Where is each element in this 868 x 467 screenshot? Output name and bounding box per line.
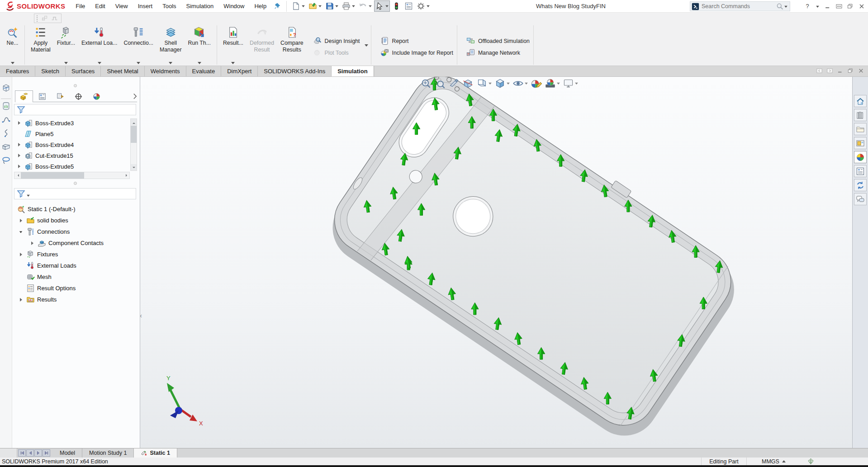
chevron-down-icon[interactable] — [231, 61, 235, 64]
panel-tab[interactable] — [69, 90, 87, 102]
expand-arrow-icon[interactable] — [19, 218, 25, 223]
study-tree-row[interactable]: Result Options — [13, 283, 128, 294]
feature-tree-row[interactable]: Boss-Extrude5 — [13, 161, 128, 172]
expand-arrow-icon[interactable] — [19, 263, 25, 268]
chevron-down-icon[interactable] — [64, 61, 68, 64]
ribbon-stack-button[interactable]: Report — [380, 37, 453, 45]
task-pane-button[interactable] — [854, 151, 867, 163]
left-tool-icon[interactable] — [1, 115, 11, 124]
help-icon[interactable]: ? — [804, 3, 811, 10]
panel-collapse-handle[interactable]: ‹ — [140, 310, 145, 321]
scroll-thumb[interactable] — [131, 126, 137, 143]
expand-arrow-icon[interactable] — [17, 164, 24, 169]
chevron-down-icon[interactable] — [575, 82, 578, 85]
task-pane-button[interactable] — [854, 179, 867, 191]
hud-button[interactable] — [512, 77, 528, 90]
expand-arrow-icon[interactable] — [17, 132, 24, 137]
chevron-down-icon[interactable] — [365, 44, 368, 47]
hud-button[interactable] — [562, 77, 579, 90]
study-tree-row[interactable]: Results — [13, 294, 128, 305]
window-control-icon[interactable] — [824, 3, 831, 10]
expand-arrow-icon[interactable] — [30, 241, 37, 245]
command-tab[interactable]: Simulation — [332, 66, 374, 76]
doc-window-control-icon[interactable] — [847, 67, 854, 74]
command-tab[interactable]: Evaluate — [186, 66, 222, 76]
ribbon-button[interactable]: Shell Manager — [157, 24, 185, 66]
panel-tab[interactable] — [51, 90, 69, 102]
menu-item[interactable]: Help — [249, 0, 271, 13]
menu-item[interactable]: Window — [218, 0, 249, 13]
expand-arrow-icon[interactable] — [17, 142, 24, 147]
task-pane-button[interactable] — [854, 193, 867, 205]
feature-tree-row[interactable]: Plane5 — [13, 128, 128, 139]
quick-tool-button[interactable] — [403, 0, 414, 12]
study-tree-row[interactable]: Static 1 (-Default-) — [13, 203, 128, 215]
chevron-down-icon[interactable] — [385, 5, 389, 7]
hud-button[interactable] — [494, 77, 510, 90]
chevron-down-icon[interactable] — [507, 82, 510, 85]
ribbon-button[interactable]: ? Compare Results — [277, 24, 307, 66]
menu-item[interactable]: Simulation — [181, 0, 219, 13]
left-tool-icon[interactable] — [1, 142, 11, 151]
search-caret-icon[interactable] — [784, 5, 787, 8]
hud-button[interactable] — [420, 77, 432, 90]
window-control-icon[interactable] — [847, 3, 854, 10]
panel-tab[interactable] — [15, 90, 33, 102]
feature-tree-row[interactable]: Boss-Extrude3 — [13, 118, 128, 128]
ribbon-button[interactable]: Fixtur... — [54, 24, 78, 66]
scroll-thumb[interactable] — [21, 172, 84, 179]
expand-arrow-icon[interactable] — [19, 286, 25, 291]
chevron-down-icon[interactable] — [489, 82, 492, 85]
expand-arrow-icon[interactable] — [17, 153, 24, 158]
study-tab[interactable]: Static 1 — [134, 448, 177, 458]
command-tab[interactable]: Sheet Metal — [101, 66, 144, 76]
filter-caret-icon[interactable] — [27, 194, 30, 197]
menu-item[interactable]: File — [71, 0, 90, 13]
hud-button[interactable] — [476, 77, 492, 90]
chevron-down-icon[interactable] — [137, 61, 140, 64]
left-tool-icon[interactable] — [1, 101, 11, 111]
scroll-right-button[interactable] — [123, 172, 129, 179]
task-pane-button[interactable] — [854, 109, 867, 121]
chevron-down-icon[interactable] — [335, 5, 338, 7]
ribbon-button[interactable]: Result... — [220, 24, 247, 66]
chevron-down-icon[interactable] — [302, 5, 305, 7]
chevron-down-icon[interactable] — [427, 5, 430, 7]
chevron-down-icon[interactable] — [369, 5, 372, 7]
task-pane-button[interactable] — [854, 165, 867, 177]
sketch-tool-icon[interactable] — [41, 14, 49, 22]
quick-tool-button[interactable] — [341, 0, 356, 12]
tab-nav-button[interactable] — [34, 449, 42, 457]
task-pane-button[interactable] — [854, 123, 867, 135]
quick-tool-button[interactable] — [290, 0, 306, 12]
expand-arrow-icon[interactable] — [19, 274, 25, 279]
globe-tag-icon[interactable] — [807, 458, 815, 465]
doc-window-control-icon[interactable] — [837, 67, 844, 74]
ribbon-button[interactable]: Connectio... — [120, 24, 157, 66]
ribbon-button[interactable]: External Loa... — [78, 24, 120, 66]
hud-button[interactable] — [462, 77, 474, 90]
hud-button[interactable] — [530, 77, 542, 90]
study-tree-row[interactable]: External Loads — [13, 260, 128, 271]
splitter-dot[interactable] — [74, 182, 77, 185]
search-icon[interactable] — [776, 3, 783, 10]
ribbon-stack-button[interactable]: Plot Tools — [313, 48, 360, 57]
horizontal-scrollbar[interactable] — [14, 172, 130, 179]
command-tab[interactable]: Weldments — [145, 66, 186, 76]
quick-tool-button[interactable] — [324, 0, 340, 12]
quick-tool-button[interactable] — [374, 0, 390, 12]
splitter-dot[interactable] — [74, 84, 77, 87]
panel-tab[interactable] — [33, 90, 51, 102]
menu-item[interactable]: Tools — [157, 0, 181, 13]
ribbon-stack-button[interactable]: Design Insight — [313, 37, 360, 45]
command-tab[interactable]: Surfaces — [66, 66, 101, 76]
command-tab[interactable]: Sketch — [35, 66, 66, 76]
left-tool-icon[interactable] — [1, 83, 11, 93]
doc-window-control-icon[interactable] — [858, 67, 864, 74]
ribbon-button[interactable]: Apply Material — [28, 24, 54, 66]
graphics-viewport[interactable]: Y X — [140, 77, 852, 448]
left-tool-icon[interactable] — [1, 156, 11, 165]
search-input[interactable] — [699, 3, 776, 9]
ribbon-stack-button[interactable]: Offloaded Simulation — [466, 37, 530, 45]
scroll-down-button[interactable] — [131, 164, 137, 170]
